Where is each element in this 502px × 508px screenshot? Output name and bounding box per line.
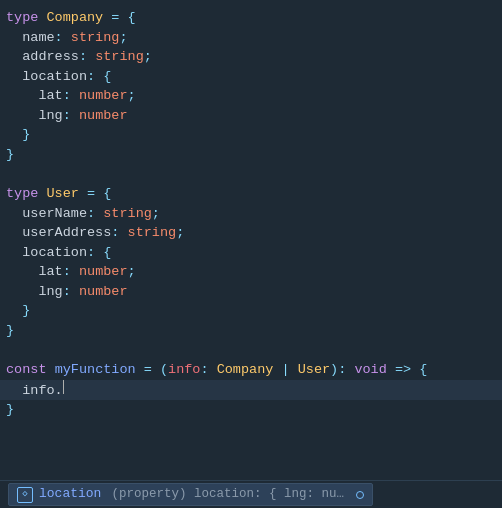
code-token: ; — [119, 28, 127, 48]
code-content: type Company = { name: string; address: … — [0, 0, 502, 428]
code-line — [0, 341, 502, 361]
autocomplete-item-name: location — [39, 485, 101, 504]
code-token: number — [71, 282, 128, 302]
code-line: lat: number; — [0, 86, 502, 106]
code-line: } — [0, 145, 502, 165]
code-token: userName — [6, 204, 87, 224]
code-token: string — [87, 47, 144, 67]
code-token: ; — [128, 262, 136, 282]
code-line: } — [0, 301, 502, 321]
code-token: = { — [103, 8, 135, 28]
code-token: name — [6, 28, 55, 48]
code-token: type — [6, 184, 38, 204]
text-cursor — [63, 380, 65, 394]
code-token: info. — [6, 381, 63, 401]
code-line: userName: string; — [0, 204, 502, 224]
code-token: Company — [47, 8, 104, 28]
code-token: } — [6, 145, 14, 165]
code-token: number — [71, 262, 128, 282]
code-token — [38, 8, 46, 28]
code-token: User — [47, 184, 79, 204]
code-token: } — [6, 400, 14, 420]
code-token: lng — [6, 106, 63, 126]
code-token: void — [354, 360, 386, 380]
code-token: ): — [330, 360, 354, 380]
code-token: Company — [217, 360, 274, 380]
code-token: = ( — [136, 360, 168, 380]
code-line: address: string; — [0, 47, 502, 67]
code-token: string — [95, 204, 152, 224]
code-line: lat: number; — [0, 262, 502, 282]
code-line: type Company = { — [0, 8, 502, 28]
code-line: userAddress: string; — [0, 223, 502, 243]
code-token: ; — [144, 47, 152, 67]
code-token: : — [111, 223, 119, 243]
code-line: } — [0, 400, 502, 420]
code-token: } — [6, 301, 30, 321]
code-line — [0, 165, 502, 185]
code-token: ; — [128, 86, 136, 106]
code-token: address — [6, 47, 79, 67]
code-token: location — [6, 67, 87, 87]
code-token: type — [6, 8, 38, 28]
code-token: number — [71, 86, 128, 106]
code-token — [47, 360, 55, 380]
code-editor: type Company = { name: string; address: … — [0, 0, 502, 508]
code-token: : — [79, 47, 87, 67]
code-token: : — [55, 28, 63, 48]
code-token: } — [6, 125, 30, 145]
code-line: lng: number — [0, 106, 502, 126]
code-line: info. — [0, 380, 502, 401]
code-token: lat — [6, 262, 63, 282]
code-token: string — [63, 28, 120, 48]
code-token: | — [273, 360, 297, 380]
code-token: myFunction — [55, 360, 136, 380]
code-token: : — [63, 86, 71, 106]
code-token: lat — [6, 86, 63, 106]
code-token — [38, 184, 46, 204]
code-token: => { — [387, 360, 428, 380]
code-line: const myFunction = (info: Company | User… — [0, 360, 502, 380]
code-token: : — [63, 262, 71, 282]
code-token: = { — [79, 184, 111, 204]
code-token: ; — [152, 204, 160, 224]
code-token: : — [200, 360, 216, 380]
code-token: string — [119, 223, 176, 243]
code-token: ; — [176, 223, 184, 243]
autocomplete-item-detail: (property) location: { lng: nu… — [111, 485, 344, 503]
autocomplete-circle-icon — [356, 491, 364, 499]
code-line: location: { — [0, 67, 502, 87]
code-token: : — [63, 106, 71, 126]
property-icon: ◇ — [17, 487, 33, 503]
code-token: lng — [6, 282, 63, 302]
code-token: } — [6, 321, 14, 341]
code-line: location: { — [0, 243, 502, 263]
code-token: User — [298, 360, 330, 380]
code-token: userAddress — [6, 223, 111, 243]
code-token: : — [87, 204, 95, 224]
code-token: number — [71, 106, 128, 126]
autocomplete-popup[interactable]: ◇ location (property) location: { lng: n… — [0, 480, 502, 508]
code-token: : { — [87, 67, 111, 87]
code-token: const — [6, 360, 47, 380]
code-line: lng: number — [0, 282, 502, 302]
code-line: type User = { — [0, 184, 502, 204]
code-token: : — [63, 282, 71, 302]
code-line: } — [0, 321, 502, 341]
code-token: : { — [87, 243, 111, 263]
code-token: location — [6, 243, 87, 263]
code-token: info — [168, 360, 200, 380]
autocomplete-item-location[interactable]: ◇ location (property) location: { lng: n… — [8, 483, 373, 506]
code-line: name: string; — [0, 28, 502, 48]
code-line: } — [0, 125, 502, 145]
